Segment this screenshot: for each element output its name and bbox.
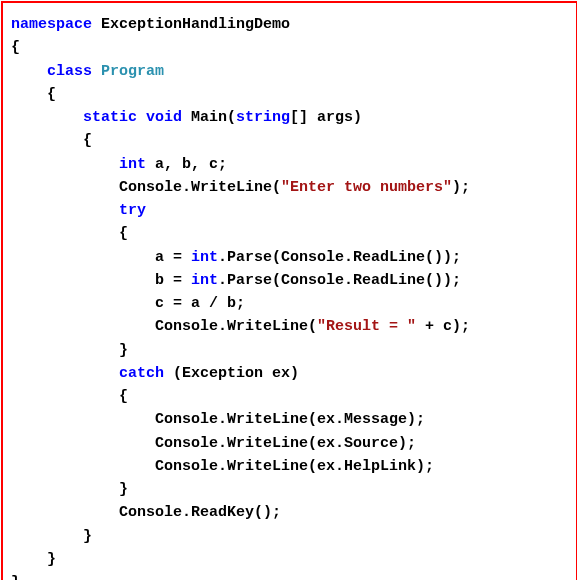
parse-call: .Parse(Console.ReadLine()); — [218, 272, 461, 289]
keyword-try: try — [119, 202, 146, 219]
keyword-string: string — [236, 109, 290, 126]
brace-open: { — [119, 225, 128, 242]
brace-open: { — [11, 39, 20, 56]
main-params: [] args) — [290, 109, 362, 126]
var-decl: a, b, c; — [146, 156, 227, 173]
string-literal: "Enter two numbers" — [281, 179, 452, 196]
keyword-class: class — [47, 63, 92, 80]
brace-open: { — [47, 86, 56, 103]
brace-close: } — [83, 528, 92, 545]
string-literal: "Result = " — [317, 318, 416, 335]
assign-b: b = — [155, 272, 191, 289]
parse-call: .Parse(Console.ReadLine()); — [218, 249, 461, 266]
concat-c: + c); — [416, 318, 470, 335]
ex-helplink: Console.WriteLine(ex.HelpLink); — [155, 458, 434, 475]
brace-open: { — [119, 388, 128, 405]
assign-a: a = — [155, 249, 191, 266]
console-readkey: Console.ReadKey(); — [119, 504, 281, 521]
ex-message: Console.WriteLine(ex.Message); — [155, 411, 425, 428]
method-main: Main( — [182, 109, 236, 126]
keyword-void: void — [146, 109, 182, 126]
keyword-static: static — [83, 109, 137, 126]
ex-source: Console.WriteLine(ex.Source); — [155, 435, 416, 452]
division-line: c = a / b; — [155, 295, 245, 312]
close-semi: ); — [452, 179, 470, 196]
brace-open: { — [83, 132, 92, 149]
keyword-namespace: namespace — [11, 16, 92, 33]
console-writeline: Console.WriteLine( — [119, 179, 281, 196]
keyword-int: int — [119, 156, 146, 173]
namespace-name: ExceptionHandlingDemo — [92, 16, 290, 33]
brace-close: } — [47, 551, 56, 568]
keyword-catch: catch — [119, 365, 164, 382]
keyword-int: int — [191, 249, 218, 266]
catch-params: (Exception ex) — [164, 365, 299, 382]
brace-close: } — [119, 481, 128, 498]
class-name: Program — [101, 63, 164, 80]
brace-close: } — [11, 574, 20, 580]
console-writeline: Console.WriteLine( — [155, 318, 317, 335]
code-block: namespace ExceptionHandlingDemo { class … — [1, 1, 577, 580]
brace-close: } — [119, 342, 128, 359]
keyword-int: int — [191, 272, 218, 289]
